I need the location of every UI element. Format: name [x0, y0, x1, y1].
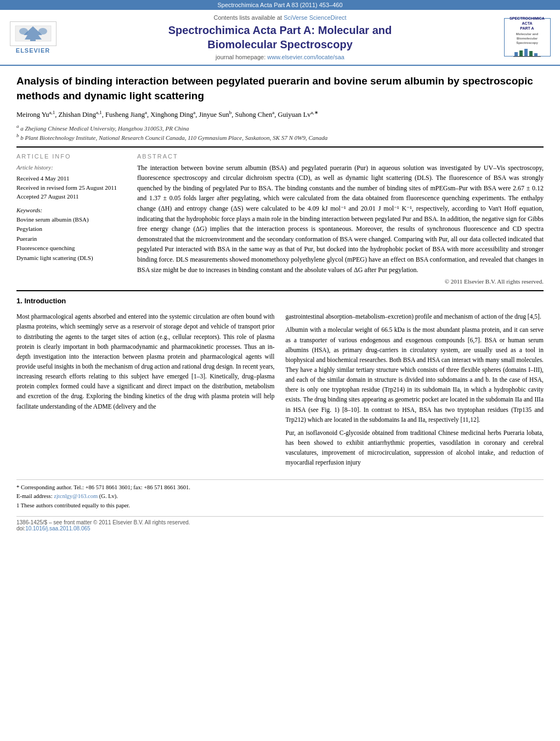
logo-chart-icon	[513, 48, 541, 58]
journal-homepage: journal homepage: www.elsevier.com/locat…	[63, 54, 497, 60]
elsevier-logo-box	[10, 21, 56, 46]
body-p2: gastrointestinal absorption–metabolism–e…	[286, 312, 544, 321]
banner-text: Spectrochimica Acta Part A 83 (2011) 453…	[217, 2, 342, 8]
received-date: Received 4 May 2011	[16, 174, 126, 183]
abstract-col: ABSTRACT The interaction between bovine …	[137, 153, 544, 285]
article-content: Analysis of binding interaction between …	[0, 66, 560, 542]
body-p3: Albumin with a molecular weight of 66.5 …	[286, 325, 544, 425]
keywords-block: Keywords: Bovine serum albumin (BSA) Peg…	[16, 207, 126, 263]
divider-body	[16, 290, 544, 291]
body-right-col: gastrointestinal absorption–metabolism–e…	[286, 312, 544, 471]
keyword-3: Puerarin	[16, 234, 126, 244]
article-info-label: ARTICLE INFO	[16, 153, 126, 160]
elsevier-label: ELSEVIER	[16, 47, 50, 54]
body-two-col: Most pharmacological agents absorbed and…	[16, 312, 544, 471]
article-history-block: Article history: Received 4 May 2011 Rec…	[16, 163, 126, 201]
bottom-doi: doi:10.1016/j.saa.2011.08.065	[16, 525, 544, 531]
article-info-abstract-cols: ARTICLE INFO Article history: Received 4…	[16, 153, 544, 285]
body-left-text: Most pharmacological agents absorbed and…	[16, 312, 275, 411]
keyword-5: Dynamic light scattering (DLS)	[16, 253, 126, 263]
homepage-link[interactable]: www.elsevier.com/locate/saa	[267, 54, 344, 60]
history-label: Article history:	[16, 163, 126, 172]
abstract-text: The interaction between bovine serum alb…	[137, 163, 544, 275]
svg-point-3	[38, 28, 47, 35]
bottom-text1: 1386-1425/$ – see front matter © 2011 El…	[16, 519, 544, 525]
body-left-col: Most pharmacological agents absorbed and…	[16, 312, 275, 471]
elsevier-logo: ELSEVIER	[8, 21, 58, 54]
email-link[interactable]: zjtcnlgy@163.com	[54, 493, 98, 499]
svg-rect-4	[514, 52, 518, 56]
journal-logo-box: SPECTROCHIMICAACTAPART A Molecular andBi…	[504, 18, 551, 56]
accepted-date: Accepted 27 August 2011	[16, 192, 126, 201]
article-title: Analysis of binding interaction between …	[16, 74, 544, 103]
intro-heading: 1. Introduction	[16, 297, 544, 305]
abstract-label: ABSTRACT	[137, 153, 544, 160]
journal-main-title: Spectrochimica Acta Part A: Molecular an…	[63, 23, 497, 52]
divider-thick	[16, 146, 544, 148]
footnote-email: E-mail address: zjtcnlgy@163.com (G. Lv)…	[16, 492, 544, 501]
footnote-section: * Corresponding author. Tel.: +86 571 86…	[16, 479, 544, 511]
sciverse-link[interactable]: SciVerse ScienceDirect	[284, 14, 346, 21]
footnote-star: * Corresponding author. Tel.: +86 571 86…	[16, 483, 544, 493]
doi-link[interactable]: 10.1016/j.saa.2011.08.065	[25, 525, 90, 531]
body-p1: Most pharmacological agents absorbed and…	[16, 312, 275, 411]
revised-date: Received in revised form 25 August 2011	[16, 183, 126, 193]
svg-rect-8	[534, 53, 538, 56]
svg-point-2	[19, 28, 28, 35]
journal-title-block: Contents lists available at SciVerse Sci…	[63, 14, 497, 60]
journal-logo-text: SPECTROCHIMICAACTAPART A Molecular andBi…	[510, 16, 545, 59]
body-right-text: gastrointestinal absorption–metabolism–e…	[286, 312, 544, 467]
svg-rect-6	[524, 49, 528, 56]
top-banner: Spectrochimica Acta Part A 83 (2011) 453…	[0, 0, 560, 10]
article-info-col: ARTICLE INFO Article history: Received 4…	[16, 153, 126, 285]
sciverse-line: Contents lists available at SciVerse Sci…	[63, 14, 497, 21]
svg-rect-5	[519, 50, 523, 56]
elsevier-tree-icon	[13, 23, 54, 44]
journal-logo-right: SPECTROCHIMICAACTAPART A Molecular andBi…	[502, 18, 552, 56]
keyword-1: Bovine serum albumin (BSA)	[16, 215, 126, 225]
svg-rect-7	[529, 51, 533, 56]
footnote-one: 1 These authors contributed equally to t…	[16, 501, 544, 511]
keyword-4: Fluorescence quenching	[16, 244, 126, 253]
bottom-bar: 1386-1425/$ – see front matter © 2011 El…	[16, 516, 544, 531]
affiliation-b: b b Plant Biotechnology Institute, Natio…	[16, 133, 544, 141]
authors-line: Meirong Yua,1, Zhishan Dinga,1, Fusheng …	[16, 110, 544, 119]
journal-header: ELSEVIER Contents lists available at Sci…	[0, 10, 560, 66]
affiliation-a: a a Zhejiang Chinese Medical University,…	[16, 123, 544, 132]
keywords-label: Keywords:	[16, 207, 126, 213]
copyright-line: © 2011 Elsevier B.V. All rights reserved…	[137, 278, 544, 285]
sciverse-prefix: Contents lists available at	[213, 14, 282, 21]
body-p4: Pur, an isoflavonoid C-glycoside obtaine…	[286, 428, 544, 468]
page-wrapper: Spectrochimica Acta Part A 83 (2011) 453…	[0, 0, 560, 542]
keyword-2: Pegylation	[16, 224, 126, 234]
